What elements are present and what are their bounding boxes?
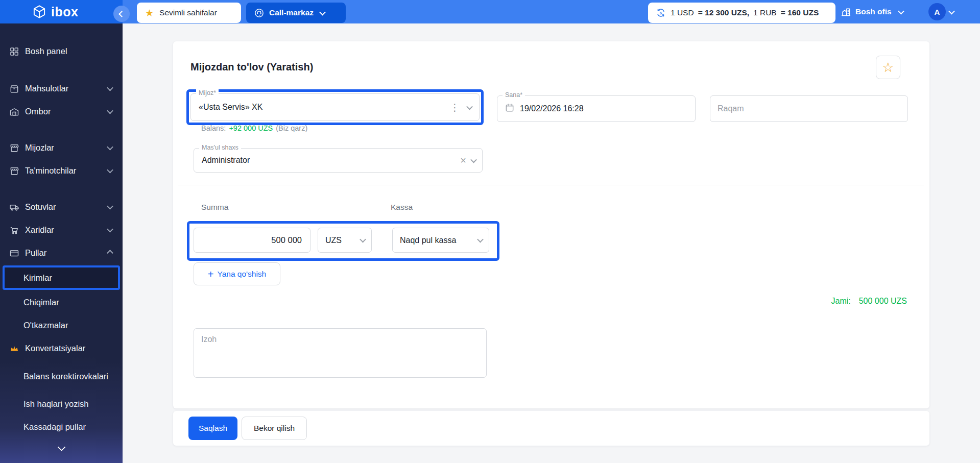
- sidebar-item-bosh-panel[interactable]: Bosh panel: [0, 40, 123, 63]
- currency-select[interactable]: UZS: [318, 228, 372, 253]
- sidebar-item-kassadagi-pullar[interactable]: Kassadagi pullar: [0, 416, 123, 438]
- form-actions-bar: Saqlash Bekor qilish: [173, 411, 929, 446]
- sidebar-label: Kirimlar: [23, 273, 52, 283]
- date-field[interactable]: Sana* 19/02/2026 16:28: [497, 95, 696, 122]
- page-title: Mijozdan to'lov (Yaratish): [190, 61, 313, 73]
- sidebar-label: Ombor: [25, 107, 108, 116]
- sidebar-item-ish-haqlari-yozish[interactable]: Ish haqlari yozish: [0, 393, 123, 416]
- svg-text:$: $: [660, 11, 662, 15]
- dashboard-grid-icon: [9, 46, 19, 57]
- chevron-down-icon: [57, 443, 65, 451]
- responsible-field-label: Mas'ul shaxs: [199, 144, 241, 151]
- truck-icon: [9, 202, 19, 212]
- responsible-value: Administrator: [202, 156, 460, 165]
- amount-field: [194, 228, 310, 253]
- chevron-down-icon[interactable]: [470, 156, 477, 163]
- save-button[interactable]: Saqlash: [188, 417, 237, 440]
- sidebar-item-ombor[interactable]: Ombor: [0, 100, 123, 123]
- chevron-left-icon: [118, 11, 125, 17]
- avatar-initial: A: [935, 8, 940, 16]
- sidebar-label: Kassadagi pullar: [23, 422, 112, 432]
- sidebar-item-kirimlar-selected[interactable]: Kirimlar: [3, 265, 120, 290]
- sidebar-scroll-more-button[interactable]: [0, 445, 123, 451]
- chevron-down-icon: [107, 144, 113, 151]
- sidebar-item-otkazmalar[interactable]: O'tkazmalar: [0, 314, 123, 337]
- date-value: 19/02/2026 16:28: [520, 104, 688, 113]
- sidebar-label: Pullar: [25, 248, 108, 258]
- cancel-button[interactable]: Bekor qilish: [242, 417, 307, 440]
- sidebar-label: Ish haqlari yozish: [23, 399, 112, 409]
- chevron-up-icon: [107, 250, 113, 256]
- sidebar: Bosh panel Mahsulotlar Ombor Mijozlar Ta…: [0, 23, 123, 463]
- sidebar-label: Ta'minotchilar: [25, 166, 108, 176]
- sidebar-label: Konvertatsiyalar: [25, 344, 112, 353]
- balance-label: Balans:: [201, 124, 226, 132]
- card-icon: [9, 248, 19, 258]
- cart-icon: [9, 225, 19, 235]
- responsible-select[interactable]: Mas'ul shaxs Administrator ×: [194, 148, 483, 173]
- sidebar-item-pullar[interactable]: Pullar: [0, 241, 123, 264]
- date-field-label: Sana*: [503, 91, 525, 99]
- chevron-down-icon[interactable]: [466, 103, 473, 110]
- number-input[interactable]: [710, 96, 907, 121]
- office-selector[interactable]: Bosh ofis: [841, 0, 903, 23]
- star-icon: ★: [145, 8, 154, 18]
- user-menu-chevron[interactable]: [948, 8, 955, 15]
- call-center-button[interactable]: Call-markaz: [246, 3, 346, 23]
- chevron-down-icon: [107, 85, 113, 91]
- sidebar-item-balans-korektirovkalari[interactable]: Balans korektirovkalari: [0, 360, 123, 393]
- storefront-icon: [9, 166, 19, 176]
- user-avatar[interactable]: A: [928, 3, 946, 20]
- kassa-select[interactable]: Naqd pul kassa: [392, 228, 489, 253]
- topbar: ibox ★ Sevimli sahifalar Call-markaz $ 1…: [0, 0, 980, 23]
- comment-textarea[interactable]: [194, 328, 487, 378]
- clear-icon[interactable]: ×: [460, 155, 466, 165]
- sidebar-item-mijozlar[interactable]: Mijozlar: [0, 136, 123, 159]
- number-field: [710, 95, 908, 122]
- rate-rub-prefix: 1 RUB: [753, 8, 777, 17]
- total-row: Jami: 500 000 UZS: [831, 297, 907, 306]
- sidebar-label: Balans korektirovkalari: [23, 371, 112, 382]
- client-select[interactable]: Mijoz* «Usta Servis» XK ⋮: [190, 93, 480, 121]
- sidebar-item-chiqimlar[interactable]: Chiqimlar: [0, 291, 123, 314]
- currency-value: UZS: [325, 236, 342, 245]
- chevron-down-icon: [107, 108, 113, 114]
- total-label: Jami:: [831, 297, 850, 306]
- kebab-menu-icon[interactable]: ⋮: [450, 103, 460, 112]
- amount-input[interactable]: [194, 228, 310, 252]
- total-value: 500 000 UZS: [859, 297, 907, 306]
- rate-usd-value: = 12 300 UZS,: [698, 8, 749, 17]
- kassa-value: Naqd pul kassa: [400, 236, 456, 245]
- kassa-section-label: Kassa: [391, 203, 413, 212]
- sidebar-collapse-button[interactable]: [113, 6, 130, 22]
- add-more-button[interactable]: + Yana qo'shish: [194, 262, 280, 285]
- exchange-rates-widget[interactable]: $ 1 USD = 12 300 UZS, 1 RUB = 160 UZS: [648, 3, 835, 23]
- office-label: Bosh ofis: [855, 7, 892, 16]
- ibox-cube-icon: [32, 4, 47, 19]
- sidebar-item-xaridlar[interactable]: Xaridlar: [0, 218, 123, 241]
- sidebar-item-sotuvlar[interactable]: Sotuvlar: [0, 196, 123, 218]
- calendar-icon: [505, 103, 515, 115]
- favorites-label: Sevimli sahifalar: [159, 8, 217, 17]
- add-more-label: Yana qo'shish: [217, 270, 266, 279]
- chevron-down-icon: [360, 236, 366, 243]
- favorite-page-button[interactable]: ☆: [876, 56, 900, 79]
- chevron-down-icon: [107, 203, 113, 210]
- logo-area: ibox: [0, 0, 123, 23]
- balance-line: Balans: +92 000 UZS (Biz qarz): [201, 124, 307, 132]
- logo-text: ibox: [51, 5, 78, 19]
- sidebar-item-mahsulotlar[interactable]: Mahsulotlar: [0, 77, 123, 100]
- balance-amount: +92 000 UZS: [229, 124, 273, 132]
- favorites-button[interactable]: ★ Sevimli sahifalar: [137, 3, 241, 23]
- client-value: «Usta Servis» XK: [199, 103, 450, 112]
- sidebar-label: Mahsulotlar: [25, 84, 108, 93]
- sidebar-item-taminotchilar[interactable]: Ta'minotchilar: [0, 159, 123, 182]
- warehouse-icon: [9, 107, 19, 117]
- chevron-down-icon: [107, 226, 113, 233]
- chevron-down-icon: [477, 236, 484, 243]
- client-field-label: Mijoz*: [196, 89, 219, 96]
- client-field-highlight: Mijoz* «Usta Servis» XK ⋮: [186, 89, 484, 125]
- section-divider: [178, 185, 924, 185]
- chevron-down-icon: [107, 167, 113, 174]
- sidebar-item-konvertatsiyalar[interactable]: Konvertatsiyalar: [0, 337, 123, 360]
